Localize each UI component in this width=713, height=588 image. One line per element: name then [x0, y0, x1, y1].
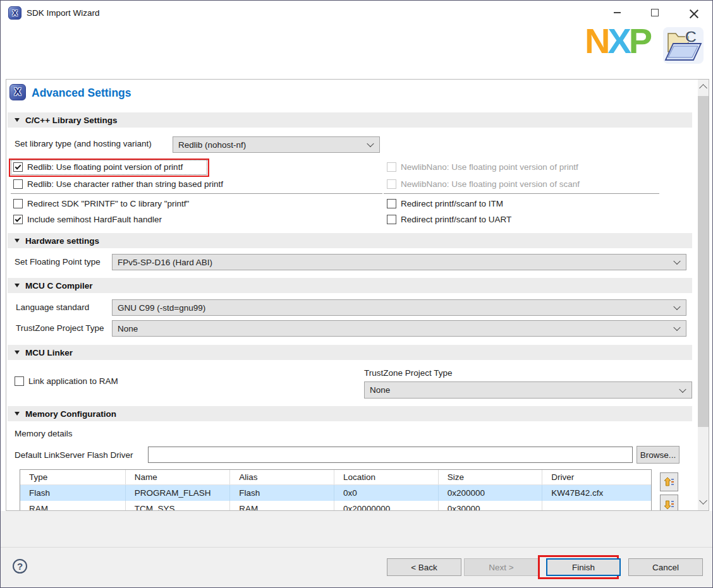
finish-button[interactable]: Finish [546, 558, 621, 576]
cell-name: TCM_SYS [126, 501, 231, 511]
section-mcu-linker-title: MCU Linker [25, 348, 73, 357]
footer-bar: ? < Back Next > Finish Cancel [1, 511, 712, 587]
trustzone-type-dropdown[interactable]: None [112, 320, 686, 337]
cell-alias: Flash [230, 485, 334, 501]
browse-button-label: Browse... [640, 450, 676, 460]
section-memory-configuration-title: Memory Configuration [25, 409, 116, 419]
language-standard-dropdown[interactable]: GNU C99 (-std=gnu99) [112, 299, 686, 316]
cell-location: 0x20000000 [334, 501, 439, 511]
checkbox-redlib-char-printf-label: Redlib: Use character rather than string… [27, 179, 223, 189]
divider [11, 193, 382, 194]
section-mcu-c-compiler[interactable]: MCU C Compiler [8, 278, 692, 293]
help-icon: ? [17, 561, 23, 572]
checkbox-newlibnano-scanf-label: NewlibNano: Use floating point version o… [401, 179, 580, 189]
sdk-import-wizard-window: X SDK Import Wizard NXP C X Advanced Set… [0, 0, 713, 588]
footer-divider [1, 547, 712, 548]
fpu-type-dropdown[interactable]: FPv5-SP-D16 (Hard ABI) [112, 254, 686, 270]
linker-trustzone-dropdown[interactable]: None [364, 381, 692, 399]
fpu-type-label: Set Floating Point type [15, 257, 101, 267]
library-type-dropdown[interactable]: Redlib (nohost-nf) [173, 136, 380, 153]
cell-driver: KW47B42.cfx [542, 485, 651, 501]
finish-button-label: Finish [572, 563, 595, 572]
collapse-triangle-icon [15, 284, 20, 287]
checkbox-redlib-char-printf[interactable] [13, 179, 23, 189]
section-library-settings-title: C/C++ Library Settings [25, 116, 118, 125]
chevron-down-icon [367, 140, 374, 147]
language-standard-value: GNU C99 (-std=gnu99) [118, 303, 205, 313]
nxp-logo: NXP [585, 23, 650, 59]
section-library-settings[interactable]: C/C++ Library Settings [8, 112, 692, 128]
checkbox-redirect-itm-label: Redirect printf/scanf to ITM [401, 199, 503, 208]
collapse-triangle-icon [15, 351, 20, 354]
app-icon-letter: X [12, 8, 18, 18]
col-header-alias: Alias [230, 470, 334, 484]
close-icon [690, 8, 698, 17]
checkbox-redirect-sdk-printf[interactable] [13, 199, 23, 208]
col-header-type: Type [20, 470, 126, 484]
move-row-up-button[interactable] [660, 472, 678, 491]
scroll-down-icon[interactable] [699, 496, 707, 505]
arrow-down-icon [664, 499, 674, 510]
chevron-down-icon [673, 303, 680, 310]
memory-table-header: Type Name Alias Location Size Driver [20, 470, 651, 485]
collapse-triangle-icon [15, 412, 20, 416]
col-header-size: Size [439, 470, 543, 484]
section-mcu-c-compiler-title: MCU C Compiler [25, 281, 93, 291]
check-icon [15, 216, 21, 222]
window-title: SDK Import Wizard [27, 8, 100, 18]
checkbox-redlib-float-printf[interactable] [13, 162, 23, 172]
col-header-location: Location [334, 470, 439, 484]
arrow-up-icon [664, 477, 674, 488]
checkbox-newlibnano-printf-label: NewlibNano: Use floating point version o… [401, 162, 578, 172]
col-header-name: Name [126, 470, 231, 484]
checkbox-semihost-hardfault-label: Include semihost HardFault handler [27, 215, 162, 224]
cell-size: 0x30000 [439, 501, 543, 511]
linker-trustzone-value: None [370, 385, 390, 395]
cancel-button-label: Cancel [652, 563, 679, 572]
table-row-flash[interactable]: Flash PROGRAM_FLASH Flash 0x0 0x200000 K… [20, 485, 651, 501]
maximize-icon [651, 9, 659, 16]
checkbox-semihost-hardfault[interactable] [13, 215, 23, 224]
cancel-button[interactable]: Cancel [628, 558, 703, 576]
minimize-icon [614, 12, 621, 13]
cell-name: PROGRAM_FLASH [126, 485, 231, 501]
table-row-ram[interactable]: RAM TCM_SYS RAM 0x20000000 0x30000 [20, 501, 651, 511]
section-hardware-settings[interactable]: Hardware settings [8, 233, 692, 248]
flash-driver-input[interactable] [148, 447, 633, 463]
browse-button[interactable]: Browse... [637, 446, 679, 464]
chevron-down-icon [673, 324, 680, 331]
maximize-button[interactable] [645, 4, 665, 21]
cell-alias: RAM [230, 501, 334, 511]
move-row-down-button[interactable] [660, 495, 678, 511]
trustzone-type-value: None [118, 324, 138, 333]
vertical-scrollbar[interactable] [698, 80, 709, 510]
section-memory-configuration[interactable]: Memory Configuration [8, 406, 692, 421]
next-button: Next > [464, 558, 539, 576]
next-button-label: Next > [489, 563, 513, 572]
checkbox-newlibnano-scanf [387, 179, 396, 189]
back-button-label: < Back [411, 563, 437, 572]
page-icon-letter: X [14, 86, 21, 99]
section-hardware-settings-title: Hardware settings [25, 236, 99, 246]
checkbox-newlibnano-printf [387, 162, 396, 172]
scroll-up-icon[interactable] [699, 84, 707, 92]
scrollbar-thumb[interactable] [698, 96, 709, 427]
help-button[interactable]: ? [13, 559, 27, 573]
check-icon [15, 164, 21, 170]
checkbox-redirect-sdk-printf-label: Redirect SDK "PRINTF" to C library "prin… [27, 199, 189, 208]
checkbox-redirect-uart[interactable] [387, 215, 396, 224]
minimize-button[interactable] [607, 4, 627, 21]
checkbox-link-to-ram[interactable] [15, 376, 24, 386]
cell-driver [542, 501, 651, 511]
language-standard-label: Language standard [16, 303, 89, 312]
cell-type: RAM [20, 501, 126, 511]
section-mcu-linker[interactable]: MCU Linker [8, 345, 692, 360]
nxp-letter-n: N [585, 21, 607, 61]
memory-details-label: Memory details [15, 429, 73, 438]
chevron-down-icon [673, 258, 680, 265]
back-button[interactable]: < Back [387, 558, 461, 576]
page-title: Advanced Settings [32, 87, 131, 100]
cell-location: 0x0 [334, 485, 439, 501]
checkbox-redirect-itm[interactable] [387, 199, 396, 208]
close-button[interactable] [684, 4, 704, 21]
